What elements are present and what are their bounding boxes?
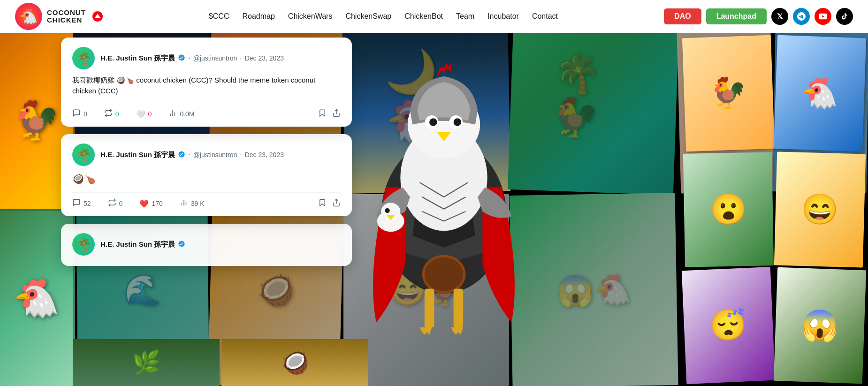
comment-icon	[72, 109, 81, 119]
tweet-1-dot: ·	[188, 54, 190, 62]
tweet-1-body: 我喜歡椰奶雞 🥥🍗 coconut chicken (CCC)? Should …	[72, 75, 341, 96]
retweet-icon-2	[108, 198, 116, 209]
nav-incubator[interactable]: Incubator	[487, 12, 519, 21]
tweet-2-verified-icon	[178, 151, 185, 159]
tweet-1-retweet-count: 0	[115, 110, 119, 118]
dao-button[interactable]: DAO	[664, 8, 701, 24]
tweet-2-actions: 52 0 ❤️ 170 39 K	[72, 192, 341, 209]
right-photo-d: 😄	[774, 151, 866, 267]
heart-icon: 🤍	[136, 110, 145, 119]
tweet-card-2: 🌴 H.E. Justin Sun 孫宇晨 · @justinsuntron ·…	[61, 134, 352, 216]
bottom-photo-strip: 🌿 🥥	[73, 339, 368, 386]
right-photo-collage: 🐓 🐔 😮 😄 😴 😱	[680, 33, 868, 386]
tweet-2-like-action[interactable]: ❤️ 170	[139, 199, 162, 208]
right-photo-f: 😱	[774, 267, 866, 384]
tweet-1-date: Dec 23, 2023	[245, 54, 284, 62]
tweet-2-right-actions	[318, 198, 341, 209]
tweet-1-comment-action[interactable]: 0	[72, 109, 87, 119]
views-icon-2	[180, 198, 188, 209]
right-photo-b: 🐔	[774, 35, 866, 151]
bookmark-icon[interactable]	[318, 109, 327, 119]
tweet-2-handle: @justinsuntron	[193, 151, 237, 159]
nav-chickenwars[interactable]: ChickenWars	[288, 12, 333, 21]
svg-marker-0	[95, 14, 100, 18]
mascot-container	[345, 33, 542, 361]
twitter-x-button[interactable]: 𝕏	[771, 8, 788, 25]
tweet-3-author: H.E. Justin Sun 孫宇晨	[100, 240, 175, 249]
tweet-2-comment-count: 52	[84, 200, 91, 207]
comment-icon-2	[72, 198, 81, 209]
share-icon[interactable]	[332, 109, 341, 119]
svg-rect-24	[454, 289, 464, 327]
tweet-2-emojis: 🥥🍗	[72, 174, 96, 184]
tweet-1-verified-icon	[178, 54, 185, 63]
share-icon-2[interactable]	[332, 198, 341, 209]
tweet-2-body: 🥥🍗	[72, 172, 341, 186]
youtube-button[interactable]	[815, 8, 831, 25]
tweet-card-1: 🌴 H.E. Justin Sun 孫宇晨 · @justinsuntron ·…	[61, 38, 352, 127]
tweet-1-like-count: 0	[148, 110, 152, 118]
mascot-svg	[345, 33, 542, 361]
brand-name-bottom: CHICKEN	[47, 16, 86, 24]
logo-icon[interactable]: 🐔	[15, 3, 42, 30]
tweet-2-views-action[interactable]: 39 K	[180, 198, 205, 209]
svg-point-19	[425, 257, 463, 291]
nav-contact[interactable]: Contact	[532, 12, 558, 21]
tweet-1-views: 0.0M	[180, 110, 194, 118]
views-icon	[168, 109, 177, 119]
nav-chickenswap[interactable]: ChickenSwap	[345, 12, 391, 21]
right-photo-a: 🐓	[682, 35, 775, 151]
tweet-1-avatar: 🌴	[72, 47, 95, 69]
tweet-2-dot: ·	[188, 151, 190, 159]
tiktok-button[interactable]	[836, 8, 853, 25]
nav-team[interactable]: Team	[456, 12, 474, 21]
logo-text: COCONUT CHICKEN	[47, 9, 86, 24]
tweet-1-actions: 0 0 🤍 0 0.0M	[72, 103, 341, 119]
tweet-1-handle: @justinsuntron	[193, 54, 237, 62]
tweet-1-right-actions	[318, 109, 341, 119]
svg-point-22	[385, 208, 389, 213]
tweet-1-comment-count: 0	[84, 110, 87, 118]
tweet-2-name-row: H.E. Justin Sun 孫宇晨 · @justinsuntron · D…	[100, 151, 284, 159]
tweet-1-dot2: ·	[240, 54, 242, 62]
main-nav: $CCC Roadmap ChickenWars ChickenSwap Chi…	[209, 12, 558, 21]
bookmark-icon-2[interactable]	[318, 198, 327, 209]
right-photo-e: 😴	[682, 267, 775, 384]
tron-badge	[92, 11, 103, 22]
tweet-1-author: H.E. Justin Sun 孫宇晨	[100, 54, 175, 63]
tweet-1-retweet-action[interactable]: 0	[104, 109, 119, 119]
nav-chickenbot[interactable]: ChickenBot	[404, 12, 443, 21]
tweet-card-3: 🌴 H.E. Justin Sun 孫宇晨	[61, 224, 352, 266]
nav-ccc[interactable]: $CCC	[209, 12, 229, 21]
heart-filled-icon: ❤️	[139, 199, 149, 208]
tweet-1-views-action[interactable]: 0.0M	[168, 109, 194, 119]
launchpad-button[interactable]: Launchpad	[706, 8, 767, 24]
nav-roadmap[interactable]: Roadmap	[242, 12, 274, 21]
tweet-2-author: H.E. Justin Sun 孫宇晨	[100, 151, 175, 159]
tweet-1-name-row: H.E. Justin Sun 孫宇晨 · @justinsuntron · D…	[100, 54, 284, 63]
tweet-2-user-info: H.E. Justin Sun 孫宇晨 · @justinsuntron · D…	[100, 151, 284, 159]
telegram-button[interactable]	[793, 8, 810, 25]
tweet-cards-container: 🌴 H.E. Justin Sun 孫宇晨 · @justinsuntron ·…	[61, 38, 352, 273]
tweet-1-user-info: H.E. Justin Sun 孫宇晨 · @justinsuntron · D…	[100, 54, 284, 63]
navbar-actions: DAO Launchpad 𝕏	[664, 8, 853, 25]
tweet-2-views: 39 K	[191, 200, 205, 207]
tweet-3-header: 🌴 H.E. Justin Sun 孫宇晨	[72, 233, 341, 256]
tweet-3-name-row: H.E. Justin Sun 孫宇晨	[100, 240, 185, 249]
tweet-2-dot2: ·	[240, 151, 242, 159]
tweet-2-retweet-action[interactable]: 0	[108, 198, 123, 209]
hero-section: 🐓 🐔 🔥 🌙🐔 🌴🐓 😮🐔 😴🐔 🐔 🌊 🥥 😄	[0, 0, 868, 386]
svg-point-16	[429, 118, 437, 126]
logo-area: 🐔 COCONUT CHICKEN	[15, 3, 103, 30]
tweet-3-verified-icon	[178, 240, 185, 249]
tweet-2-like-count: 170	[152, 200, 162, 207]
navbar: 🐔 COCONUT CHICKEN $CCC Roadmap ChickenWa…	[0, 0, 868, 33]
tweet-2-avatar: 🌴	[72, 144, 95, 166]
right-photo-c: 😮	[683, 152, 774, 267]
tweet-1-like-action[interactable]: 🤍 0	[136, 110, 152, 119]
bottom-photo-2: 🥥	[221, 339, 368, 386]
tweet-2-comment-action[interactable]: 52	[72, 198, 91, 209]
bottom-photo-1: 🌿	[73, 339, 220, 386]
tweet-2-retweet-count: 0	[119, 200, 123, 207]
brand-name-top: COCONUT	[47, 9, 86, 17]
